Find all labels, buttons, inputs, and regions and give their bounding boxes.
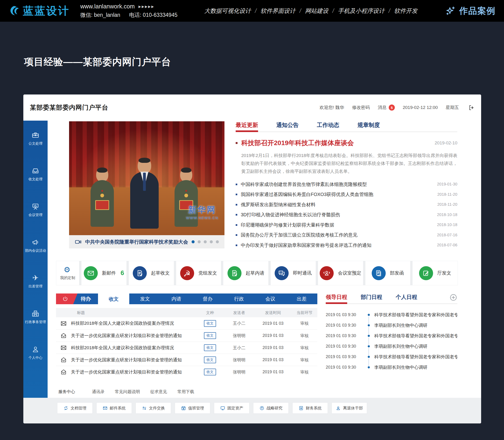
footer-app-duty-management[interactable]: 值班管理 (175, 402, 210, 414)
quick-action-new-mail[interactable]: 新邮件6 (81, 261, 127, 285)
carousel-dot[interactable] (216, 240, 219, 243)
schedule-item[interactable]: 2019 01 03 9:30科学技术部领导看望外国老专家和外国老专家家属 (326, 310, 457, 320)
table-row[interactable]: 关于进一步优化国家重点研发计划项目和资金管理的通知收文张明明2019 01 03… (56, 330, 317, 342)
quick-action-party-group-dispatch[interactable]: ☭党组发文 (176, 261, 222, 285)
nav-item-big-data-visualization[interactable]: 大数据可视化设计 (204, 7, 251, 15)
news-tab-notices[interactable]: 通知公告 (276, 121, 299, 132)
footer-app-mail-system[interactable]: 邮件系统 (96, 402, 132, 414)
todo-tab-receive[interactable]: 收文 (98, 293, 129, 306)
sidebar-item-meeting-management[interactable]: 会议管理 (23, 192, 48, 228)
logout-icon[interactable] (468, 105, 475, 111)
portfolio-cases-link[interactable]: 作品案例 (445, 5, 496, 17)
sparkle-star-icon (445, 5, 456, 16)
quick-action-office-dispatch[interactable]: 厅发文 (412, 261, 458, 285)
quick-action-label: 厅发文 (437, 270, 451, 276)
arrows-decoration: ▶▶▶▶▶ (138, 5, 154, 8)
row-title: 关于进一步优化国家重点研发计划项目和资金管理的通知 (71, 333, 196, 339)
news-tab-recent-updates[interactable]: 最近更新 (236, 121, 258, 132)
nav-item-website-construction[interactable]: 网站建设 (305, 7, 328, 15)
nav-item-mobile-miniprogram-design[interactable]: 手机及小程序设计 (338, 7, 385, 15)
carousel-caption[interactable]: 中共中央国务院隆重举行国家科学技术奖励大会 (85, 239, 188, 245)
todo-tab-administration[interactable]: 行政 (223, 293, 254, 304)
quick-action-label: 部发函 (390, 270, 404, 276)
table-row[interactable]: 关于进一步优化国家重点研发计划项目和资金管理的通知收文张明明2019 01 03… (56, 366, 317, 378)
footer-app-document-management[interactable]: 文档管理 (57, 402, 93, 414)
quick-action-draft-receive[interactable]: 起草收文 (128, 261, 174, 285)
mail-icon (87, 269, 95, 277)
news-list-item[interactable]: 3D打印植入物促进神经细胞生长以治疗脊髓损伤2018-10-18 (236, 210, 457, 220)
footer-link-faq[interactable]: 常见问题说明 (115, 389, 140, 395)
news-headline[interactable]: 科技部召开2019年科技工作媒体座谈会 2019-02-10 (236, 138, 457, 148)
todo-tab-business-trip[interactable]: 出差 (286, 293, 317, 304)
carousel-dot[interactable] (198, 240, 201, 243)
sidebar-item-admin-affairs-management[interactable]: 行政事务管理 (23, 299, 48, 335)
news-list-item[interactable]: 印尼珊瑚礁保护与修复计划获得大量科学数据2018-10-18 (236, 220, 457, 230)
portal-screenshot: 某部委某部委内网门户平台 欢迎您! 魏华 修改密码 消息 5 2019-02-1… (23, 95, 481, 424)
quick-action-my-customization[interactable]: ⚙我的定制 (56, 261, 79, 285)
news-list-item[interactable]: 中国科学家成功创建世界首批生物节律紊乱体细胞克隆猴模型2019-01-30 (236, 179, 457, 190)
sidebar-item-receive-processing[interactable]: 收文处理 (23, 156, 48, 192)
todo-label: 待办 (81, 293, 98, 304)
news-list-item[interactable]: 俄罗斯研发出新型纳米磁性复合材料2018-11-20 (236, 200, 457, 210)
news-tab-work-dynamics[interactable]: 工作动态 (317, 121, 339, 132)
news-tab-rules[interactable]: 规章制度 (357, 121, 380, 132)
sidebar-item-document-processing[interactable]: 公文处理 (23, 121, 48, 156)
todo-tab-meeting[interactable]: 会议 (254, 293, 286, 304)
news-list-item[interactable]: 国务院办公厅关于加强三级公立医院绩效考核工作的意见2018-07-16 (236, 230, 457, 240)
carousel-dot[interactable] (210, 240, 213, 243)
schedule-item[interactable]: 2019 01 03 9:30科学技术部领导看望外国老专家和外国老专家家属 (326, 352, 457, 362)
carousel-dot[interactable] (192, 240, 195, 243)
quick-action-instant-messaging[interactable]: 即时通讯 (270, 261, 316, 285)
row-stage: 审核 (292, 321, 317, 326)
carousel-dot[interactable] (204, 240, 207, 243)
schedule-item[interactable]: 2019 01 03 9:30李萌副部长到生物中心调研 (326, 341, 457, 352)
photo-figure-left (91, 168, 114, 227)
schedule-item[interactable]: 2019 01 03 9:30李萌副部长到生物中心调研 (326, 362, 457, 372)
nav-item-software-development[interactable]: 软件开发 (394, 7, 418, 15)
news-list-item[interactable]: 我国科学家通过基因编辑长寿蛋白FOXO3获得优质人类血管细胞2018-11-20 (236, 190, 457, 200)
change-password-link[interactable]: 修改密码 (352, 105, 370, 110)
news-item-title: 国务院办公厅关于加强三级公立医院绩效考核工作的意见 (241, 232, 433, 238)
schedule-tab-leader-schedule[interactable]: 领导日程 (326, 293, 347, 304)
quick-actions-row: ⚙我的定制新邮件6起草收文☭党组发文起草内请即时通讯会议室预定部发函厅发文 (56, 261, 458, 285)
footer-link-downloads[interactable]: 常用下载 (177, 389, 194, 395)
meeting-room-booking-circle (320, 266, 334, 280)
todo-tab-dispatch[interactable]: 发文 (129, 293, 161, 304)
quick-action-ministry-letter[interactable]: 部发函 (365, 261, 411, 285)
table-row[interactable]: 关于进一步优化国家重点研发计划项目和资金管理的通知收文张明明2019 01 03… (56, 354, 317, 366)
schedule-tab-department-schedule[interactable]: 部门日程 (361, 293, 382, 303)
table-row[interactable]: 科技部2018年全国人大建议和全国政协提案办理情况收文王小二2019 01 03… (56, 317, 317, 330)
messages-link[interactable]: 消息 5 (378, 105, 395, 110)
footer-link-feedback[interactable]: 征求意见 (150, 389, 167, 395)
todo-tab-supervise[interactable]: 督办 (192, 293, 223, 304)
doc-type-badge: 收文 (204, 332, 216, 339)
todo-panel: 待办 收文发文内请督办行政会议出差 标题文种发送者发送时间当前环节 科技部201… (56, 293, 317, 378)
sidebar-item-internal-meeting-activity[interactable]: 部内会议活动 (23, 228, 48, 263)
sidebar-item-business-trip-management[interactable]: ✈出差管理 (23, 263, 48, 299)
footer-app-retired-cadres[interactable]: 离退休干部 (332, 402, 367, 414)
table-row[interactable]: 科技部2018年全国人大建议和全国政协提案办理情况收文王小二2019 01 03… (56, 342, 317, 354)
plane-icon: ✈ (31, 274, 40, 282)
schedule-tab-personal-schedule[interactable]: 个人日程 (396, 293, 417, 303)
footer-apps-strip: 文档管理邮件系统文件交换值班管理固定资产战略研究财务系统离退休干部 (23, 398, 481, 424)
quick-action-draft-internal-request[interactable]: 起草内请 (223, 261, 268, 285)
footer-link-service-center[interactable]: 服务中心 (58, 389, 75, 395)
schedule-item[interactable]: 2019 01 03 9:30李萌副部长到生物中心调研 (326, 320, 457, 330)
footer-app-fixed-assets[interactable]: 固定资产 (214, 402, 250, 414)
todo-tab-internal-request[interactable]: 内请 (161, 293, 192, 304)
nav-item-software-ui-design[interactable]: 软件界面设计 (260, 7, 295, 15)
sidebar-item-personal-center[interactable]: 个人中心 (23, 335, 48, 371)
footer-app-file-exchange[interactable]: 文件交换 (136, 402, 171, 414)
footer-app-strategy-research[interactable]: 战略研究 (253, 402, 289, 414)
news-bullet (236, 194, 237, 195)
news-list-item[interactable]: 中办印发关于做好国家勋章和国家荣誉称号提名评选工作的通知2018-07-06 (236, 240, 457, 250)
quick-action-meeting-room-booking[interactable]: 会议室预定 (318, 261, 363, 285)
site-logo[interactable]: 蓝蓝设计 (8, 4, 70, 18)
footer-links: 服务中心通讯录常见问题说明征求意见常用下载 (58, 389, 204, 395)
footer-app-finance-system[interactable]: 财务系统 (292, 402, 328, 414)
add-schedule-icon[interactable] (449, 293, 457, 302)
footer-link-contacts[interactable]: 通讯录 (92, 389, 105, 395)
carousel-photo[interactable]: 新华网 WWW.NEWS.CN (69, 121, 224, 235)
schedule-item[interactable]: 2019 01 03 9:30科学技术部领导看望外国老专家和外国老专家家属 (326, 330, 457, 341)
news-item-date: 2018-07-16 (437, 233, 457, 237)
